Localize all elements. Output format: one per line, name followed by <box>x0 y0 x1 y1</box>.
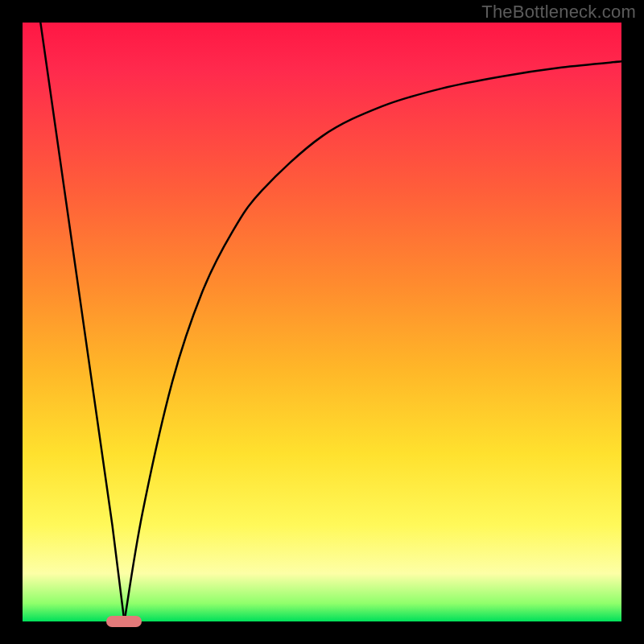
curve-layer <box>23 23 621 621</box>
plot-area <box>23 23 621 621</box>
chart-frame: TheBottleneck.com <box>0 0 644 644</box>
minimum-marker <box>106 616 142 627</box>
right-branch-path <box>124 61 621 621</box>
watermark-text: TheBottleneck.com <box>481 2 636 23</box>
left-branch-path <box>40 23 124 621</box>
